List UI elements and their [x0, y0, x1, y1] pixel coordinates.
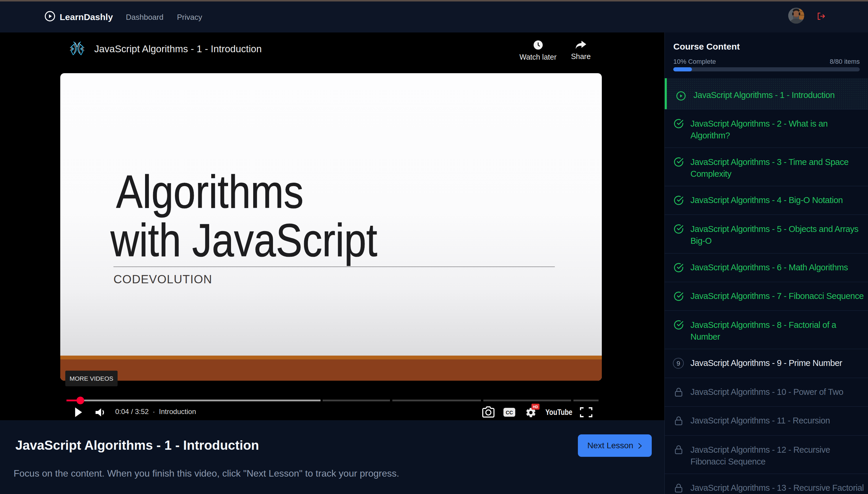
svg-text:CC: CC [506, 410, 513, 416]
svg-text:HD: HD [533, 405, 538, 409]
svg-text:9: 9 [676, 360, 680, 367]
